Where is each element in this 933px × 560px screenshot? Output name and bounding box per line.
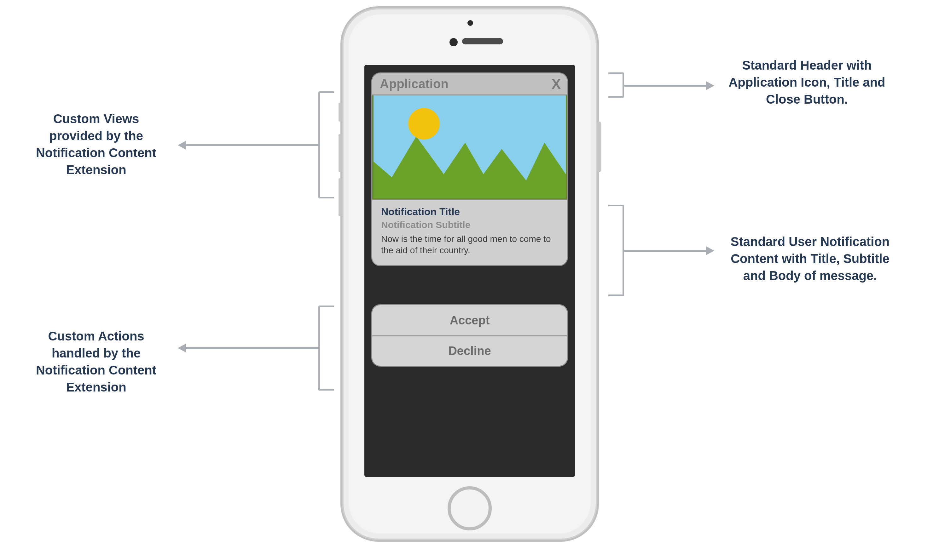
- phone-camera-icon: [449, 38, 458, 46]
- phone-speaker-icon: [462, 38, 503, 45]
- notification-content: Notification Title Notification Subtitle…: [372, 199, 567, 265]
- accept-button[interactable]: Accept: [372, 305, 567, 335]
- notification-title: Notification Title: [381, 206, 558, 218]
- phone-side-button: [339, 178, 342, 216]
- arrow-head-icon: [706, 246, 714, 255]
- bracket-left-icon: [318, 306, 334, 391]
- phone-frame: Application X Notification Title Notific…: [341, 6, 599, 542]
- notification-custom-view: [372, 95, 567, 199]
- arrow-head-icon: [178, 141, 186, 149]
- svg-marker-0: [373, 136, 566, 199]
- sun-icon: [408, 108, 440, 140]
- callout-custom-actions: Custom Actions handled by the Notificati…: [28, 328, 164, 395]
- notification-header: Application X: [372, 73, 567, 95]
- arrow-connector: [624, 250, 706, 252]
- arrow-connector: [624, 85, 706, 87]
- callout-standard-header: Standard Header with Application Icon, T…: [722, 57, 892, 108]
- arrow-connector: [186, 347, 318, 349]
- mountains-icon: [373, 95, 566, 199]
- home-button-icon: [447, 486, 492, 531]
- notification-card: Application X Notification Title Notific…: [371, 72, 568, 266]
- app-title-label: Application: [380, 77, 449, 91]
- notification-actions: Accept Decline: [371, 304, 568, 367]
- phone-sensor-icon: [467, 20, 473, 26]
- arrow-head-icon: [178, 344, 186, 352]
- close-button[interactable]: X: [552, 77, 561, 91]
- phone-side-button: [339, 134, 342, 172]
- callout-standard-content: Standard User Notification Content with …: [722, 233, 898, 284]
- arrow-connector: [186, 144, 318, 146]
- diagram-canvas: Application X Notification Title Notific…: [0, 0, 933, 560]
- notification-subtitle: Notification Subtitle: [381, 220, 558, 230]
- phone-screen: Application X Notification Title Notific…: [364, 65, 575, 477]
- arrow-head-icon: [706, 81, 714, 90]
- bracket-left-icon: [318, 91, 334, 198]
- notification-body-text: Now is the time for all good men to come…: [381, 233, 558, 256]
- bracket-right-icon: [608, 72, 624, 98]
- decline-button[interactable]: Decline: [372, 335, 567, 366]
- phone-side-button: [597, 122, 601, 172]
- bracket-right-icon: [608, 205, 624, 296]
- callout-custom-views: Custom Views provided by the Notificatio…: [28, 110, 164, 178]
- phone-side-button: [339, 103, 342, 122]
